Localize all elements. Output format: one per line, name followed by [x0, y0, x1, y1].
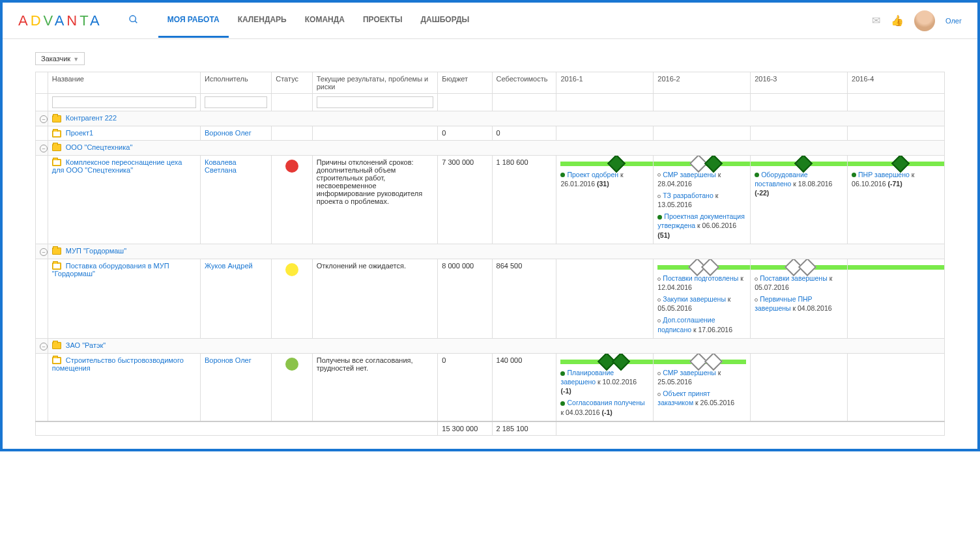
milestone: Проект одобрен к 26.01.2016 (31): [560, 170, 649, 188]
avatar[interactable]: [914, 10, 935, 31]
folder-icon: [52, 144, 61, 151]
budget-value: 0: [438, 126, 492, 141]
nav-my-work[interactable]: МОЯ РАБОТА: [158, 3, 229, 38]
timeline-cell: [556, 259, 654, 338]
project-row: Проект1Воронов Олег00: [36, 126, 945, 141]
milestone-date: к 04.03.2016: [560, 408, 599, 416]
project-row: Поставка оборудования в МУП "Гордормаш"Ж…: [36, 259, 945, 338]
group-name[interactable]: МУП "Гордормаш": [66, 247, 126, 255]
timeline-cell: Оборудование поставлено к 18.08.2016 (-2…: [751, 155, 848, 244]
filter-name[interactable]: [52, 96, 196, 108]
col-q3: 2016-3: [751, 72, 848, 94]
timeline-cell: [848, 353, 945, 421]
executor-link[interactable]: Жуков Андрей: [205, 262, 253, 270]
folder-icon: [52, 248, 61, 255]
milestone-dot-icon: [657, 372, 661, 375]
col-results: Текущие результаты, проблемы и риски: [312, 72, 438, 94]
col-executor: Исполнитель: [200, 72, 271, 94]
col-status: Статус: [272, 72, 312, 94]
group-row: – ЗАО "Ратэк": [36, 338, 945, 353]
milestone: ПНР завершено к 06.10.2016 (-71): [852, 170, 940, 188]
customer-dropdown[interactable]: Заказчик▼: [35, 52, 85, 65]
milestone: Поставки завершены к 05.07.2016: [755, 274, 843, 292]
timeline-cell: Планирование завершено к 10.02.2016 (-1)…: [556, 353, 654, 421]
milestone: Первичные ПНР завершены к 04.08.2016: [755, 294, 843, 313]
milestone-title[interactable]: Согласования получены: [567, 399, 644, 406]
milestone-title[interactable]: ТЗ разработано: [663, 192, 713, 199]
nav-projects[interactable]: ПРОЕКТЫ: [354, 3, 412, 38]
milestone-date: к 26.05.2016: [695, 399, 734, 406]
project-icon: [52, 130, 61, 137]
col-q2: 2016-2: [654, 72, 751, 94]
milestone: Доп.соглашение подписано к 17.06.2016: [657, 315, 746, 334]
status-indicator: [285, 160, 298, 173]
logo: ADVANTA: [18, 12, 102, 29]
milestone-title[interactable]: Поставки завершены: [760, 274, 828, 282]
budget-value: 0: [438, 353, 492, 421]
expand-toggle[interactable]: –: [40, 248, 48, 256]
col-cost: Себестоимость: [492, 72, 556, 94]
cost-value: 0: [492, 126, 556, 141]
project-name[interactable]: Комплексное переоснащение цеха для ООО "…: [52, 158, 182, 175]
milestone-delta: (-1): [601, 408, 612, 416]
page-content: Заказчик▼ Название Исполнитель Статус Те…: [3, 39, 977, 449]
group-name[interactable]: ЗАО "Ратэк": [66, 341, 106, 349]
milestone: ТЗ разработано к 13.05.2016: [657, 191, 746, 209]
thumbs-up-icon[interactable]: 👍: [891, 14, 904, 27]
milestone-date: к 18.08.2016: [793, 180, 832, 188]
milestone-title[interactable]: СМР завершены: [663, 171, 716, 178]
milestone-title[interactable]: ПНР завершено: [858, 171, 910, 178]
milestone-dot-icon: [657, 298, 661, 302]
milestone-dot-icon: [755, 298, 758, 302]
project-icon: [52, 263, 61, 270]
milestone: Оборудование поставлено к 18.08.2016 (-2…: [755, 170, 843, 198]
cost-value: 864 500: [492, 259, 556, 338]
milestone-title[interactable]: Закупки завершены: [663, 295, 726, 303]
nav-dashboards[interactable]: ДАШБОРДЫ: [411, 3, 478, 38]
milestone-dot-icon: [657, 393, 661, 396]
status-indicator: [285, 263, 298, 276]
search-icon[interactable]: [128, 14, 139, 27]
results-text: Получены все согласования, трудностей не…: [312, 353, 438, 421]
group-name[interactable]: Контрагент 222: [66, 114, 117, 122]
group-row: – ООО "Спецтехника": [36, 140, 945, 155]
milestone: Закупки завершены к 05.05.2016: [657, 294, 746, 313]
executor-link[interactable]: Воронов Олег: [205, 356, 252, 364]
milestone-delta: (31): [597, 180, 609, 188]
timeline-cell: ПНР завершено к 06.10.2016 (-71): [848, 155, 945, 244]
milestone: Объект принят заказчиком к 26.05.2016: [657, 389, 746, 407]
filter-results[interactable]: [317, 96, 434, 108]
col-name: Название: [48, 72, 200, 94]
filter-executor[interactable]: [205, 96, 267, 108]
main-nav: МОЯ РАБОТА КАЛЕНДАРЬ КОМАНДА ПРОЕКТЫ ДАШ…: [158, 3, 479, 38]
milestone-dot-icon: [755, 173, 759, 177]
executor-link[interactable]: Воронов Олег: [205, 129, 252, 137]
app-header: ADVANTA МОЯ РАБОТА КАЛЕНДАРЬ КОМАНДА ПРО…: [3, 3, 977, 39]
milestone-dot-icon: [657, 173, 661, 177]
mail-icon[interactable]: ✉: [872, 14, 880, 27]
username[interactable]: Олег: [945, 17, 962, 25]
project-name[interactable]: Строительство быстровозводимого помещени…: [52, 356, 184, 373]
group-name[interactable]: ООО "Спецтехника": [66, 143, 133, 151]
milestone-dot-icon: [560, 371, 565, 376]
milestone: Проектная документация утверждена к 06.0…: [657, 212, 746, 240]
project-name[interactable]: Проект1: [66, 129, 93, 137]
nav-calendar[interactable]: КАЛЕНДАРЬ: [229, 3, 296, 38]
milestone-dot-icon: [657, 195, 661, 198]
milestone-title[interactable]: СМР завершены: [663, 369, 716, 377]
milestone-delta: (-22): [755, 189, 769, 197]
project-name[interactable]: Поставка оборудования в МУП "Гордормаш": [52, 262, 169, 278]
expand-toggle[interactable]: –: [40, 343, 48, 350]
results-text: Отклонений не ожидается.: [312, 259, 438, 338]
nav-team[interactable]: КОМАНДА: [296, 3, 354, 38]
expand-toggle[interactable]: –: [40, 115, 48, 123]
executor-link[interactable]: Ковалева Светлана: [205, 158, 237, 174]
project-row: Комплексное переоснащение цеха для ООО "…: [36, 155, 945, 244]
expand-toggle[interactable]: –: [40, 145, 48, 152]
milestone-date: к 10.02.2016: [598, 378, 637, 386]
milestone-dot-icon: [560, 173, 565, 177]
milestone-title[interactable]: Проект одобрен: [567, 171, 618, 178]
total-cost: 2 185 100: [492, 421, 556, 436]
cost-value: 140 000: [492, 353, 556, 421]
milestone-title[interactable]: Поставки подготовлены: [663, 274, 738, 282]
